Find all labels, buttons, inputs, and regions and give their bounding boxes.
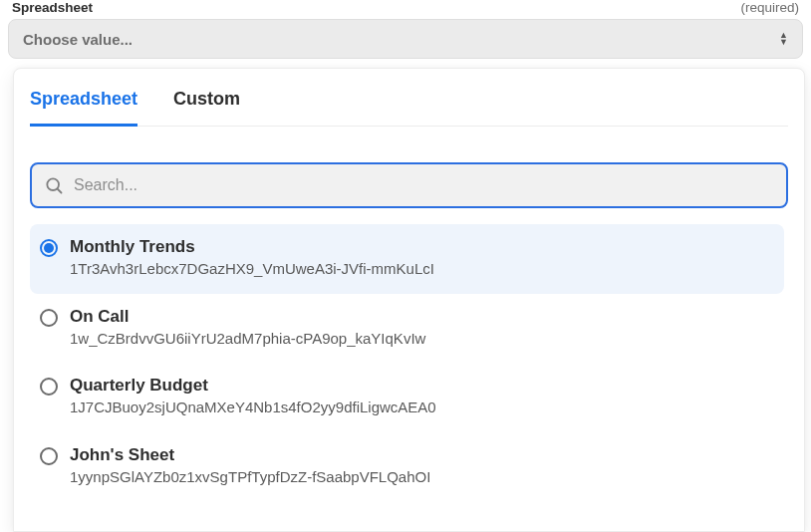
list-item[interactable]: Monthly Trends 1Tr3Avh3rLebcx7DGazHX9_Vm… [30, 224, 784, 294]
list-item[interactable]: Quarterly Budget 1J7CJBuoy2sjUQnaMXeY4Nb… [30, 363, 784, 432]
field-header: Spreadsheet (required) [8, 0, 803, 19]
radio-icon [40, 378, 58, 396]
list-item-desc: 1Tr3Avh3rLebcx7DGazHX9_VmUweA3i-JVfi-mmK… [70, 259, 774, 279]
tabs: Spreadsheet Custom [30, 85, 788, 127]
list-item-title: John's Sheet [70, 444, 774, 465]
dropdown-panel: Spreadsheet Custom Monthly Trends 1Tr3Av… [13, 68, 805, 532]
list-item-desc: 1yynpSGlAYZb0z1xvSgTPfTypfDzZ-fSaabpVFLQ… [70, 467, 774, 487]
search-icon [44, 175, 64, 195]
list-item-desc: 1J7CJBuoy2sjUQnaMXeY4Nb1s4fO2yy9dfiLigwc… [70, 398, 774, 417]
list-item-texts: On Call 1w_CzBrdvvGU6iiYrU2adM7phia-cPA9… [70, 306, 774, 350]
search-input[interactable] [74, 176, 774, 194]
tab-spreadsheet[interactable]: Spreadsheet [30, 85, 137, 127]
list-item-title: On Call [70, 306, 774, 327]
radio-icon [40, 309, 58, 327]
field-label: Spreadsheet [12, 0, 93, 15]
search-box[interactable] [30, 162, 788, 208]
tab-custom[interactable]: Custom [173, 85, 240, 126]
list-item-texts: John's Sheet 1yynpSGlAYZb0z1xvSgTPfTypfD… [70, 444, 774, 488]
list-item[interactable]: John's Sheet 1yynpSGlAYZb0z1xvSgTPfTypfD… [30, 432, 784, 502]
dropdown-placeholder: Choose value... [23, 31, 133, 48]
required-indicator: (required) [740, 0, 799, 15]
list-item[interactable]: Jane's Sheet 1jrBLVcOOms4_n0zCELT-8mCkxB… [30, 501, 784, 513]
options-list: Monthly Trends 1Tr3Avh3rLebcx7DGazHX9_Vm… [30, 224, 788, 513]
list-item-title: Quarterly Budget [70, 375, 774, 396]
radio-icon [40, 239, 58, 257]
radio-icon [40, 447, 58, 465]
list-item-title: Monthly Trends [70, 236, 774, 257]
sort-icon: ▲▼ [779, 32, 788, 46]
list-item[interactable]: On Call 1w_CzBrdvvGU6iiYrU2adM7phia-cPA9… [30, 294, 784, 364]
spreadsheet-dropdown[interactable]: Choose value... ▲▼ [8, 19, 803, 59]
list-item-texts: Quarterly Budget 1J7CJBuoy2sjUQnaMXeY4Nb… [70, 375, 774, 418]
list-item-texts: Monthly Trends 1Tr3Avh3rLebcx7DGazHX9_Vm… [70, 236, 774, 280]
list-item-desc: 1w_CzBrdvvGU6iiYrU2adM7phia-cPA9op_kaYIq… [70, 329, 774, 349]
svg-line-1 [58, 189, 62, 193]
